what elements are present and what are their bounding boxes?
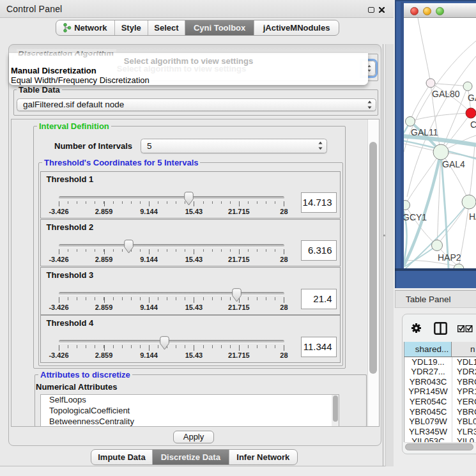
svg-text:GA: GA (468, 93, 476, 103)
svg-text:HAP2: HAP2 (438, 252, 461, 263)
svg-text:C: C (470, 119, 476, 130)
svg-text:GAL11: GAL11 (411, 127, 438, 137)
svg-text:GAL80: GAL80 (432, 89, 460, 99)
svg-text:GAL4: GAL4 (442, 159, 465, 169)
svg-text:HA: HA (469, 211, 476, 222)
svg-text:GCY1: GCY1 (404, 212, 427, 222)
